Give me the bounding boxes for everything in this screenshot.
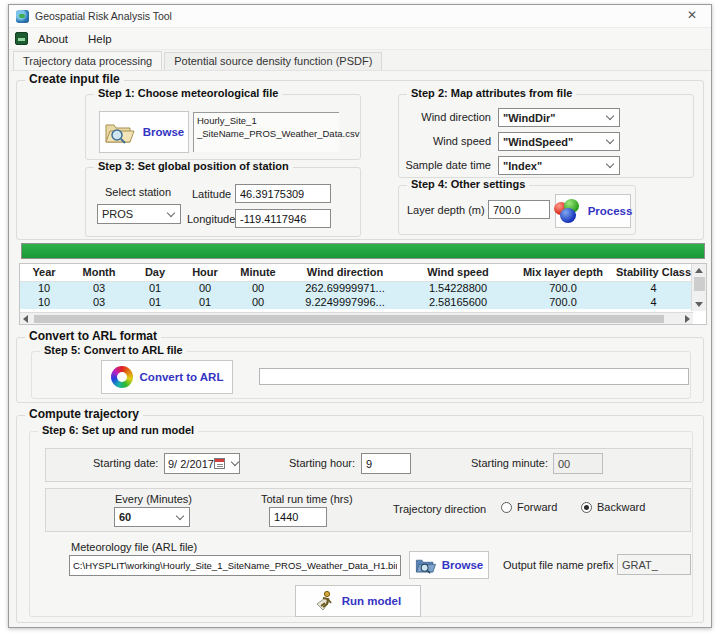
cell: 01 [130, 281, 180, 295]
browse-arl-button[interactable]: Browse [409, 551, 489, 579]
starting-minute-input[interactable] [553, 453, 603, 474]
total-run-time-label: Total run time (hrs) [261, 493, 353, 505]
radio-selected-icon [581, 502, 592, 513]
col-mix-layer-depth[interactable]: Mix layer depth [512, 264, 614, 281]
col-wind-direction[interactable]: Wind direction [286, 264, 404, 281]
latitude-input[interactable] [235, 184, 331, 203]
starting-date-value: 9/ 2/2017 [168, 458, 214, 470]
wind-direction-select[interactable]: "WindDir" [498, 108, 620, 127]
radio-forward[interactable]: Forward [501, 501, 557, 513]
col-month[interactable]: Month [68, 264, 130, 281]
sample-datetime-label: Sample date time [397, 159, 491, 171]
running-person-icon [315, 590, 335, 612]
forward-label: Forward [517, 501, 557, 513]
wind-speed-select[interactable]: "WindSpeed" [498, 132, 620, 151]
process-button[interactable]: Process [555, 194, 631, 228]
cell: 2.58165600 [404, 295, 512, 309]
trajectory-direction-label: Trajectory direction [393, 503, 486, 515]
sample-datetime-select[interactable]: "Index" [498, 156, 620, 175]
step5-title: Step 5: Convert to ARL file [40, 344, 187, 356]
table-row[interactable]: 10 03 01 01 00 9.2249997996... 2.5816560… [20, 295, 693, 309]
step3-title: Step 3: Set global position of station [94, 160, 293, 172]
starting-hour-input[interactable] [361, 453, 411, 474]
app-window: Geospatial Risk Analysis Tool ✕ About He… [8, 4, 712, 628]
cell: 00 [230, 281, 286, 295]
met-file-name-line2: _SiteName_PROS_Weather_Data.csv [197, 128, 336, 141]
convert-progress-bar [259, 368, 689, 385]
cell: 262.69999971... [286, 281, 404, 295]
radio-icon [501, 502, 512, 513]
wind-speed-label: Wind speed [419, 135, 491, 147]
cell: 00 [230, 295, 286, 309]
starting-date-picker[interactable]: 9/ 2/2017 [164, 453, 240, 474]
cell: 4 [614, 295, 693, 309]
select-station-label: Select station [105, 186, 171, 198]
col-day[interactable]: Day [130, 264, 180, 281]
step2-title: Step 2: Map attributes from file [407, 87, 576, 99]
menu-help[interactable]: Help [78, 33, 122, 45]
total-run-time-input[interactable] [269, 507, 327, 527]
every-minutes-value: 60 [119, 511, 173, 523]
cell: 700.0 [512, 281, 614, 295]
wind-direction-value: "WindDir" [503, 112, 603, 124]
met-arl-file-input[interactable] [69, 555, 401, 576]
sample-datetime-value: "Index" [503, 160, 603, 172]
tab-trajectory-data-processing[interactable]: Trajectory data processing [13, 51, 162, 70]
convert-to-arl-button[interactable]: Convert to ARL [101, 360, 233, 394]
convert-title: Convert to ARL format [25, 329, 161, 343]
station-value: PROS [102, 208, 164, 220]
menu-app-icon [15, 32, 28, 45]
starting-date-label: Starting date: [93, 457, 158, 469]
vertical-scrollbar[interactable] [691, 264, 706, 311]
chevron-down-icon [606, 136, 614, 144]
scroll-right-icon[interactable] [685, 315, 690, 323]
browse-met-file-button[interactable]: Browse [99, 111, 189, 153]
col-stability-class[interactable]: Stability Class [614, 264, 693, 281]
radio-backward[interactable]: Backward [581, 501, 645, 513]
close-icon[interactable]: ✕ [683, 8, 701, 22]
tab-psdf[interactable]: Potential source density function (PSDF) [164, 52, 382, 71]
vertical-scroll-thumb[interactable] [694, 277, 705, 291]
wind-direction-label: Wind direction [419, 111, 491, 123]
col-year[interactable]: Year [20, 264, 68, 281]
horizontal-scroll-thumb[interactable] [34, 315, 664, 323]
chevron-down-icon [176, 511, 184, 519]
title-bar[interactable]: Geospatial Risk Analysis Tool ✕ [9, 5, 711, 28]
step4-title: Step 4: Other settings [407, 178, 529, 190]
every-minutes-select[interactable]: 60 [114, 507, 190, 527]
convert-button-label: Convert to ARL [140, 371, 224, 383]
cell: 9.2249997996... [286, 295, 404, 309]
table-row[interactable]: 10 03 01 00 00 262.69999971... 1.5422880… [20, 281, 693, 295]
wind-speed-value: "WindSpeed" [503, 136, 603, 148]
every-minutes-label: Every (Minutes) [115, 493, 192, 505]
scroll-up-icon[interactable] [695, 268, 703, 273]
met-file-name: Hourly_Site_1 _SiteName_PROS_Weather_Dat… [193, 112, 339, 152]
calendar-icon [214, 458, 225, 469]
output-prefix-input[interactable] [617, 554, 691, 575]
col-wind-speed[interactable]: Wind speed [404, 264, 512, 281]
menu-about[interactable]: About [28, 33, 78, 45]
cell: 03 [68, 281, 130, 295]
station-select[interactable]: PROS [97, 204, 181, 224]
met-file-name-line1: Hourly_Site_1 [197, 115, 336, 128]
scroll-left-icon[interactable] [23, 315, 28, 323]
chevron-down-icon [167, 208, 175, 216]
browse-arl-label: Browse [442, 559, 484, 571]
run-model-button[interactable]: Run model [295, 585, 421, 617]
table-header-row: Year Month Day Hour Minute Wind directio… [20, 264, 693, 281]
weather-data-table: Year Month Day Hour Minute Wind directio… [19, 263, 707, 325]
met-arl-file-label: Meteorology file (ARL file) [71, 541, 197, 553]
window-title: Geospatial Risk Analysis Tool [35, 10, 172, 22]
col-minute[interactable]: Minute [230, 264, 286, 281]
cell: 01 [130, 295, 180, 309]
progress-fill [22, 244, 704, 258]
col-hour[interactable]: Hour [180, 264, 230, 281]
longitude-input[interactable] [235, 209, 331, 228]
scroll-down-icon[interactable] [695, 302, 703, 307]
chevron-down-icon [606, 112, 614, 120]
layer-depth-label: Layer depth (m) [407, 204, 485, 216]
backward-label: Backward [597, 501, 645, 513]
layer-depth-input[interactable] [488, 200, 550, 219]
browse-button-label: Browse [143, 126, 185, 138]
horizontal-scrollbar[interactable] [20, 312, 693, 324]
